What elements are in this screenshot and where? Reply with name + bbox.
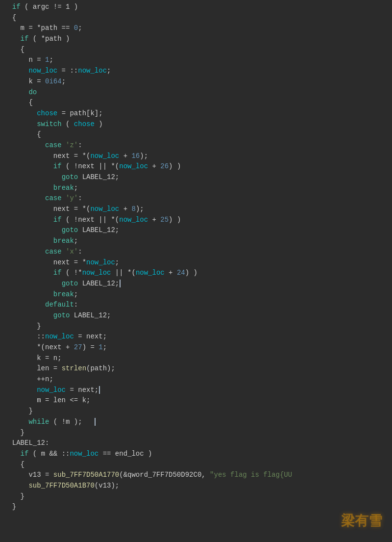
text-cursor <box>120 280 121 287</box>
code-line-6: n = 1; <box>0 55 392 66</box>
code-line-48: } <box>0 502 392 513</box>
code-line-37: now_loc = next; <box>0 385 392 396</box>
text-cursor-2 <box>99 386 100 394</box>
code-line-22: goto LABEL_12; <box>0 225 392 236</box>
code-line-27: goto LABEL_12; <box>0 279 392 289</box>
code-line-34: k = n; <box>0 353 392 364</box>
code-line-45: v13 = sub_7FF7D50A1770(&qword_7FF7D50D92… <box>0 470 392 481</box>
code-line-28: break; <box>0 289 392 300</box>
code-line-32: ::now_loc = next; <box>0 332 392 342</box>
code-line-36: ++n; <box>0 374 392 385</box>
code-line-14: case 'z': <box>0 140 392 151</box>
code-line-19: case 'y': <box>0 193 392 204</box>
code-line-18: break; <box>0 183 392 194</box>
code-line-23: break; <box>0 236 392 247</box>
code-line-13: { <box>0 129 392 140</box>
code-line-17: goto LABEL_12; <box>0 172 392 183</box>
code-line-2: { <box>0 13 392 24</box>
code-line-39: } <box>0 406 392 417</box>
code-line-15: next = *(now_loc + 16); <box>0 151 392 162</box>
code-line-1: if ( argc != 1 ) <box>0 2 392 13</box>
code-line-26: if ( !*now_loc || *(now_loc + 24) ) <box>0 268 392 279</box>
code-line-4: if ( *path ) <box>0 34 392 45</box>
code-line-7: now_loc = ::now_loc; <box>0 66 392 77</box>
code-line-31: } <box>0 321 392 332</box>
code-line-47: } <box>0 491 392 502</box>
code-line-21: if ( !next || *(now_loc + 25) ) <box>0 215 392 226</box>
code-line-44: { <box>0 460 392 470</box>
code-line-24: case 'x': <box>0 247 392 258</box>
code-line-43: if ( m && ::now_loc == end_loc ) <box>0 449 392 460</box>
code-line-38: m = len <= k; <box>0 395 392 406</box>
code-line-3: m = *path == 0; <box>0 23 392 34</box>
text-cursor-3 <box>95 418 96 426</box>
code-line-40: while ( !m ); <box>0 417 392 428</box>
code-line-10: { <box>0 98 392 108</box>
code-line-41: } <box>0 428 392 439</box>
code-line-35: len = strlen(path); <box>0 363 392 374</box>
code-line-42: LABEL_12: <box>0 438 392 449</box>
code-line-30: goto LABEL_12; <box>0 310 392 321</box>
code-line-9: do <box>0 87 392 98</box>
code-line-33: *(next + 27) = 1; <box>0 342 392 353</box>
code-line-20: next = *(now_loc + 8); <box>0 204 392 215</box>
code-line-5: { <box>0 45 392 55</box>
code-line-29: default: <box>0 300 392 310</box>
code-line-46: sub_7FF7D50A1B70(v13); <box>0 481 392 491</box>
code-line-8: k = 0i64; <box>0 77 392 87</box>
code-line-12: switch ( chose ) <box>0 119 392 130</box>
code-editor: if ( argc != 1 ) { m = *path == 0; if ( … <box>0 0 392 515</box>
code-line-11: chose = path[k]; <box>0 108 392 119</box>
code-line-25: next = *now_loc; <box>0 258 392 268</box>
code-line-16: if ( !next || *(now_loc + 26) ) <box>0 161 392 172</box>
